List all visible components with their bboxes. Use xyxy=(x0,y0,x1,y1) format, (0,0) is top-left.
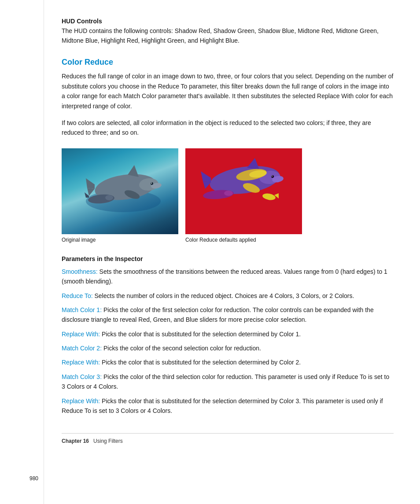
param-item-2: Match Color 1: Picks the color of the fi… xyxy=(62,305,394,325)
original-image-box xyxy=(62,148,178,234)
svg-point-25 xyxy=(224,191,233,196)
param-item-1: Reduce To: Selects the number of colors … xyxy=(62,291,394,301)
reduced-image-box xyxy=(185,148,302,234)
reduced-image-container: Color Reduce defaults applied xyxy=(185,148,302,243)
svg-point-21 xyxy=(271,175,274,178)
param-name-1: Reduce To: xyxy=(62,292,93,299)
param-item-7: Replace With: Picks the color that is su… xyxy=(62,396,394,416)
hud-body: The HUD contains the following controls:… xyxy=(62,26,394,45)
footer-chapter-label: Chapter 16 Using Filters xyxy=(62,438,123,444)
dolphin-reduced-svg xyxy=(199,157,287,206)
color-reduce-title: Color Reduce xyxy=(62,58,394,67)
main-content: HUD Controls The HUD contains the follow… xyxy=(44,0,420,504)
svg-marker-12 xyxy=(85,192,89,198)
svg-point-22 xyxy=(272,176,273,177)
page-container: 980 HUD Controls The HUD contains the fo… xyxy=(0,0,420,504)
svg-point-11 xyxy=(105,195,113,200)
svg-marker-5 xyxy=(86,178,95,189)
reduced-image xyxy=(185,148,302,234)
param-desc-4: Picks the color of the second selection … xyxy=(102,345,261,352)
original-image-caption: Original image xyxy=(62,237,178,243)
dolphin-original-svg xyxy=(84,162,163,214)
hud-title: HUD Controls xyxy=(62,18,394,25)
param-name-2: Match Color 1: xyxy=(62,306,102,313)
footer-chapter-bold: Chapter 16 xyxy=(62,438,89,444)
param-item-6: Match Color 3: Picks the color of the th… xyxy=(62,372,394,392)
param-desc-3: Picks the color that is substituted for … xyxy=(100,331,301,338)
images-row: Original image xyxy=(62,148,394,243)
original-image-container: Original image xyxy=(62,148,178,243)
footer-row: Chapter 16 Using Filters xyxy=(62,433,394,444)
reduced-image-caption: Color Reduce defaults applied xyxy=(185,237,302,243)
param-item-0: Smoothness: Sets the smoothness of the t… xyxy=(62,267,394,287)
svg-point-7 xyxy=(151,182,153,185)
param-desc-6: Picks the color of the third selection c… xyxy=(62,373,389,390)
params-title: Parameters in the Inspector xyxy=(62,255,394,262)
footer-chapter-title: Using Filters xyxy=(93,438,123,444)
svg-point-8 xyxy=(151,183,152,184)
param-name-7: Replace With: xyxy=(62,397,100,405)
svg-marker-16 xyxy=(247,158,259,169)
color-reduce-note: If two colors are selected, all color in… xyxy=(62,118,394,138)
param-desc-5: Picks the color that is substituted for … xyxy=(100,359,301,366)
original-image xyxy=(62,148,178,234)
svg-point-26 xyxy=(262,192,276,201)
param-desc-1: Selects the number of colors in the redu… xyxy=(93,292,354,299)
svg-marker-17 xyxy=(201,171,211,182)
params-list: Smoothness: Sets the smoothness of the t… xyxy=(62,267,394,416)
param-item-3: Replace With: Picks the color that is su… xyxy=(62,329,394,339)
page-number: 980 xyxy=(29,475,38,482)
param-desc-0: Sets the smoothness of the transitions b… xyxy=(62,268,387,285)
svg-marker-18 xyxy=(203,181,211,189)
color-reduce-intro: Reduces the full range of color in an im… xyxy=(62,71,394,111)
left-margin: 980 xyxy=(0,0,44,504)
hud-section: HUD Controls The HUD contains the follow… xyxy=(62,18,394,45)
param-name-0: Smoothness: xyxy=(62,268,98,275)
param-name-6: Match Color 3: xyxy=(62,373,102,380)
param-name-5: Replace With: xyxy=(62,359,100,366)
param-name-4: Match Color 2: xyxy=(62,345,102,352)
param-desc-7: Picks the color that is substituted for … xyxy=(62,397,383,414)
param-name-3: Replace With: xyxy=(62,331,100,338)
param-item-4: Match Color 2: Picks the color of the se… xyxy=(62,343,394,353)
param-item-5: Replace With: Picks the color that is su… xyxy=(62,357,394,367)
param-desc-2: Picks the color of the first selection c… xyxy=(62,306,374,323)
